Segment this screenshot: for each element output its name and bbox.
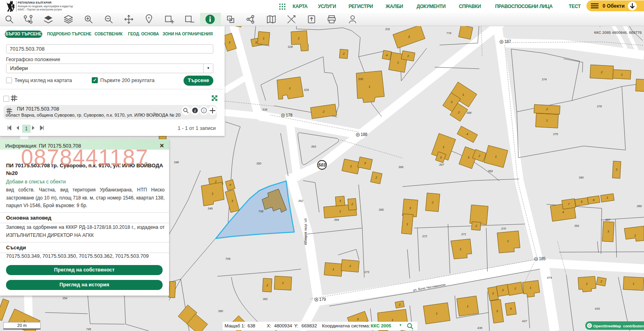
svg-text:5: 5 [581, 200, 582, 203]
svg-text:3: 3 [229, 41, 230, 44]
svg-text:436: 436 [477, 326, 483, 330]
svg-text:361: 361 [263, 297, 268, 301]
svg-text:1: 1 [586, 282, 588, 285]
svg-text:2: 2 [431, 201, 433, 204]
svg-text:4: 4 [386, 54, 388, 57]
svg-text:179: 179 [319, 297, 326, 302]
svg-text:709: 709 [225, 257, 231, 261]
svg-text:1: 1 [495, 155, 497, 158]
svg-text:2: 2 [398, 303, 400, 306]
svg-text:1: 1 [530, 286, 531, 289]
svg-text:2: 2 [215, 180, 217, 183]
svg-text:371: 371 [461, 232, 466, 236]
svg-text:1: 1 [462, 93, 464, 96]
svg-text:3: 3 [440, 156, 442, 159]
svg-text:1: 1 [392, 319, 393, 321]
svg-text:354: 354 [62, 296, 68, 300]
svg-text:2: 2 [601, 71, 603, 74]
svg-text:536: 536 [262, 108, 268, 111]
svg-text:3: 3 [364, 162, 366, 164]
svg-text:708: 708 [258, 210, 264, 213]
svg-text:374: 374 [542, 78, 547, 81]
svg-text:1: 1 [507, 240, 509, 243]
svg-text:i: i [194, 109, 196, 113]
svg-text:2: 2 [478, 154, 480, 157]
svg-text:349: 349 [208, 207, 213, 210]
svg-text:187: 187 [504, 39, 511, 44]
svg-text:3: 3 [502, 289, 504, 292]
svg-text:329: 329 [304, 88, 309, 92]
svg-text:1: 1 [436, 312, 438, 315]
svg-text:373: 373 [364, 270, 369, 274]
svg-text:391: 391 [574, 224, 580, 228]
svg-text:328: 328 [288, 45, 293, 49]
svg-text:3: 3 [451, 101, 452, 103]
svg-text:4: 4 [562, 211, 564, 214]
svg-text:1: 1 [282, 282, 284, 284]
svg-text:4: 4 [510, 307, 512, 310]
svg-text:331: 331 [385, 27, 390, 31]
svg-text:330: 330 [358, 77, 363, 81]
svg-text:1: 1 [212, 192, 213, 195]
svg-text:1: 1 [263, 37, 264, 40]
svg-text:366: 366 [398, 165, 404, 169]
svg-text:2: 2 [492, 292, 494, 295]
svg-text:i: i [203, 109, 204, 113]
svg-text:3: 3 [231, 199, 233, 202]
svg-text:3: 3 [255, 41, 257, 44]
svg-text:350: 350 [256, 162, 262, 165]
svg-text:1: 1 [634, 234, 636, 237]
svg-text:348: 348 [174, 160, 179, 164]
svg-text:745: 745 [86, 327, 91, 331]
svg-text:369: 369 [488, 169, 493, 173]
svg-text:188: 188 [361, 132, 367, 137]
svg-text:178: 178 [286, 113, 293, 117]
svg-text:368: 368 [466, 111, 472, 115]
svg-text:1: 1 [289, 87, 291, 90]
svg-text:1: 1 [467, 305, 469, 308]
svg-text:2: 2 [615, 168, 617, 171]
svg-text:370: 370 [501, 227, 506, 230]
svg-text:1: 1 [621, 73, 623, 76]
svg-text:6: 6 [593, 199, 594, 201]
svg-text:503: 503 [318, 162, 326, 167]
svg-text:362: 362 [298, 199, 303, 203]
svg-text:2: 2 [475, 224, 477, 227]
svg-text:367: 367 [439, 163, 444, 167]
svg-text:2: 2 [266, 284, 268, 287]
svg-text:1: 1 [339, 210, 341, 213]
svg-text:474: 474 [547, 276, 552, 280]
svg-text:437: 437 [522, 319, 527, 323]
svg-text:363: 363 [311, 145, 316, 148]
svg-text:©: © [588, 324, 591, 328]
svg-text:2: 2 [351, 203, 353, 206]
svg-text:2: 2 [322, 110, 324, 113]
svg-text:1: 1 [460, 248, 461, 251]
svg-text:1: 1 [369, 85, 370, 88]
svg-text:3: 3 [496, 310, 498, 312]
svg-text:2: 2 [297, 37, 299, 40]
svg-text:3: 3 [409, 207, 411, 210]
svg-text:4: 4 [229, 183, 231, 186]
svg-text:2: 2 [349, 265, 351, 267]
svg-text:2: 2 [458, 111, 460, 114]
svg-text:3: 3 [339, 199, 341, 202]
svg-text:4: 4 [466, 133, 468, 136]
svg-text:1: 1 [546, 119, 548, 122]
svg-text:1: 1 [397, 61, 399, 64]
svg-text:2: 2 [343, 52, 345, 55]
svg-text:1: 1 [350, 165, 352, 168]
svg-text:1: 1 [332, 268, 334, 271]
svg-text:2: 2 [600, 280, 602, 283]
svg-text:372: 372 [422, 234, 427, 238]
svg-text:2: 2 [514, 287, 516, 290]
svg-text:375: 375 [553, 132, 558, 136]
svg-text:364: 364 [334, 218, 339, 222]
svg-text:376: 376 [597, 105, 602, 108]
svg-text:3: 3 [357, 318, 359, 321]
svg-text:360: 360 [218, 309, 223, 313]
svg-text:2: 2 [546, 108, 548, 111]
svg-text:774: 774 [446, 31, 452, 35]
svg-text:687: 687 [605, 218, 611, 222]
svg-text:1: 1 [443, 146, 444, 148]
